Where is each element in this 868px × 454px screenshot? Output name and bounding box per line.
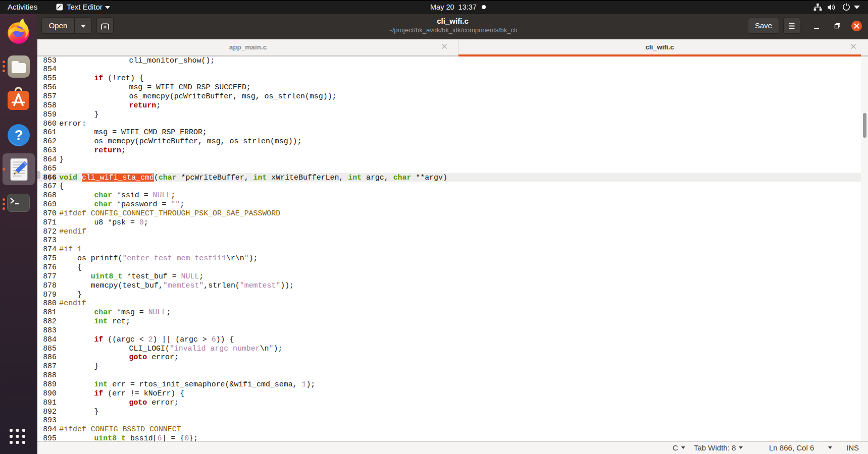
svg-text:?: ? (15, 128, 23, 143)
